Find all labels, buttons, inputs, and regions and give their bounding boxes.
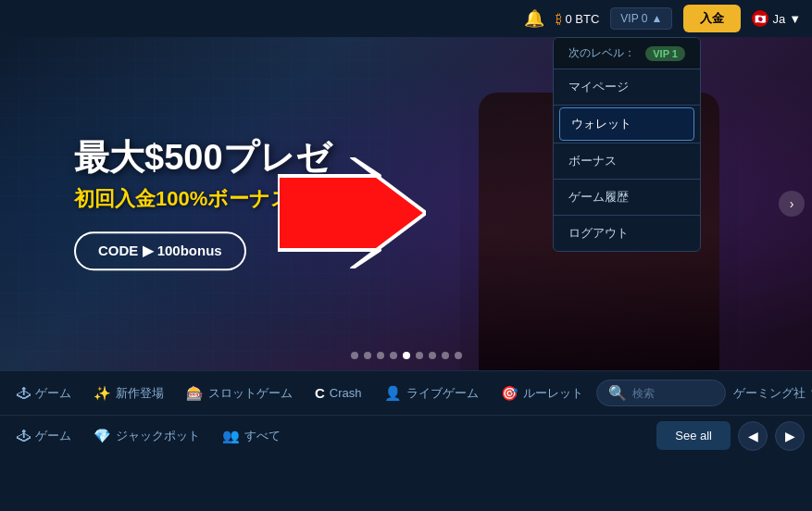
dropdown-item-game-history[interactable]: ゲーム履歴 — [554, 180, 700, 215]
hero-dot-6[interactable] — [429, 352, 436, 359]
hero-arrow — [278, 157, 426, 272]
nav-item-roulette[interactable]: 🎯 ルーレット — [492, 380, 593, 407]
nav-item-new[interactable]: ✨ 新作登場 — [84, 380, 173, 407]
nav2-label-jackpot: ジャックポット — [116, 428, 200, 444]
hero-dot-4[interactable] — [403, 352, 410, 359]
dropdown-divider-2 — [554, 105, 700, 106]
hero-dot-7[interactable] — [442, 352, 449, 359]
vip-label: VIP 0 — [620, 12, 647, 25]
next-level-label: 次のレベル： — [568, 45, 635, 61]
game2-icon: 🕹 — [17, 428, 31, 443]
nav2-label-game: ゲーム — [35, 428, 71, 444]
hero-code-button[interactable]: CODE ▶ 100bonus — [74, 231, 246, 270]
all-icon: 👥 — [222, 428, 240, 444]
header-right: 🔔 ₿ 0 BTC VIP 0 ▲ 入金 🇯🇵 Ja ▼ — [524, 5, 801, 32]
nav-label-slot: スロットゲーム — [208, 385, 293, 402]
navbar2: 🕹 ゲーム 💎 ジャックポット 👥 すべて See all ◀ ▶ — [0, 415, 812, 455]
hero-dot-3[interactable] — [390, 352, 397, 359]
nav2-item-all[interactable]: 👥 すべて — [213, 422, 290, 450]
btc-balance: ₿ 0 BTC — [556, 11, 600, 26]
search-box[interactable]: 🔍 — [596, 380, 726, 406]
jackpot-icon: 💎 — [94, 428, 111, 444]
dropdown-item-wallet[interactable]: ウォレット — [559, 107, 694, 141]
lang-label: Ja — [772, 12, 785, 26]
hero-dots — [351, 352, 462, 359]
dropdown-item-bonus[interactable]: ボーナス — [554, 143, 700, 179]
next-button[interactable]: ▶ — [775, 421, 805, 451]
hero-dot-5[interactable] — [416, 352, 423, 359]
gaming-label: ゲーミング社 — [733, 385, 806, 402]
roulette-icon: 🎯 — [501, 385, 518, 402]
dropdown-next-level: 次のレベル： VIP 1 — [554, 38, 700, 69]
search-input[interactable] — [632, 387, 714, 400]
nav2-item-jackpot[interactable]: 💎 ジャックポット — [84, 422, 209, 450]
btc-amount: 0 BTC — [566, 12, 600, 26]
btc-icon: ₿ — [556, 11, 562, 26]
gaming-chevron-icon: ▼ — [809, 386, 812, 400]
nav-item-slot[interactable]: 🎰 スロットゲーム — [177, 380, 302, 407]
hero-dot-1[interactable] — [364, 352, 371, 359]
header: 🔔 ₿ 0 BTC VIP 0 ▲ 入金 🇯🇵 Ja ▼ — [0, 0, 812, 37]
dropdown-item-mypage[interactable]: マイページ — [554, 69, 700, 105]
navbar: 🕹 ゲーム ✨ 新作登場 🎰 スロットゲーム C Crash 👤 ライブゲーム … — [0, 370, 812, 415]
nav-label-game: ゲーム — [35, 385, 71, 402]
gaming-button[interactable]: ゲーミング社 ▼ — [733, 385, 812, 402]
crash-icon: C — [315, 385, 325, 401]
next-level-badge: VIP 1 — [645, 46, 685, 61]
nav-label-crash: Crash — [330, 386, 362, 400]
prev-button[interactable]: ◀ — [738, 421, 768, 451]
dropdown-item-logout[interactable]: ログアウト — [554, 216, 700, 251]
vip-dropdown-menu: 次のレベル： VIP 1 マイページ ウォレット ボーナス ゲーム履歴 ログアウ… — [553, 37, 701, 252]
svg-marker-0 — [278, 157, 426, 268]
nav-label-live: ライブゲーム — [406, 385, 479, 402]
deposit-button[interactable]: 入金 — [683, 5, 741, 32]
nav-label-new: 新作登場 — [116, 385, 164, 402]
notification-icon[interactable]: 🔔 — [524, 8, 544, 29]
vip-chevron-icon: ▲ — [652, 12, 663, 25]
lang-chevron-icon: ▼ — [789, 12, 801, 26]
nav-item-game[interactable]: 🕹 ゲーム — [7, 380, 81, 407]
live-icon: 👤 — [384, 385, 402, 402]
hero-dot-2[interactable] — [377, 352, 384, 359]
game-icon: 🕹 — [17, 385, 31, 401]
slot-icon: 🎰 — [186, 385, 204, 402]
new-icon: ✨ — [94, 385, 111, 402]
see-all-button[interactable]: See all — [656, 421, 731, 450]
nav-item-crash[interactable]: C Crash — [306, 380, 371, 406]
vip-button[interactable]: VIP 0 ▲ — [610, 7, 672, 30]
see-all-area: See all ◀ ▶ — [656, 421, 805, 451]
nav2-item-game[interactable]: 🕹 ゲーム — [7, 422, 81, 450]
hero-dot-0[interactable] — [351, 352, 358, 359]
search-icon: 🔍 — [608, 384, 627, 402]
nav-item-live[interactable]: 👤 ライブゲーム — [375, 380, 488, 407]
hero-next-button[interactable]: › — [779, 191, 805, 217]
nav-label-roulette: ルーレット — [523, 385, 583, 402]
hero-dot-8[interactable] — [455, 352, 462, 359]
nav2-label-all: すべて — [244, 428, 281, 444]
language-button[interactable]: 🇯🇵 Ja ▼ — [752, 10, 801, 27]
search-area: 🔍 ゲーミング社 ▼ — [596, 380, 812, 406]
flag-icon: 🇯🇵 — [752, 10, 768, 27]
